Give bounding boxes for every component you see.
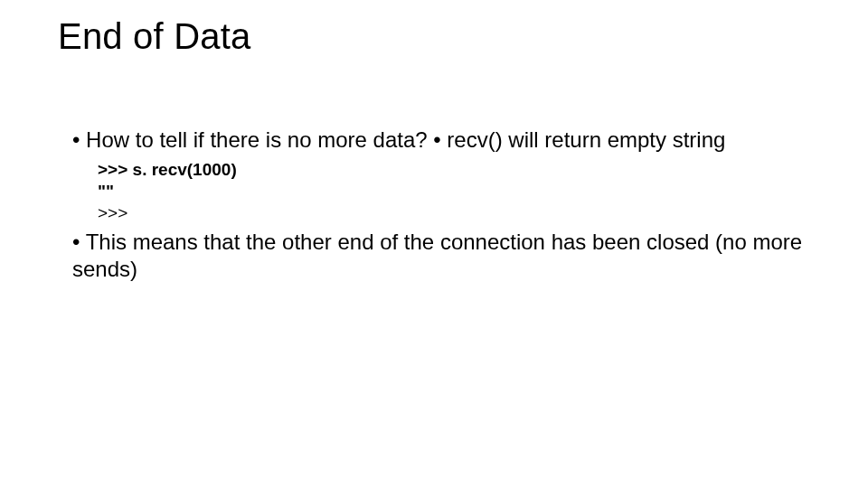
slide-title: End of Data bbox=[58, 16, 250, 57]
code-line-3: >>> bbox=[98, 202, 814, 224]
code-line-2: "" bbox=[98, 181, 814, 202]
code-block: >>> s. recv(1000) "" >>> bbox=[98, 159, 814, 223]
code-line-1: >>> s. recv(1000) bbox=[98, 159, 814, 181]
slide: End of Data • How to tell if there is no… bbox=[0, 0, 868, 488]
slide-body: • How to tell if there is no more data? … bbox=[72, 127, 814, 286]
bullet-closed-connection: • This means that the other end of the c… bbox=[72, 229, 814, 283]
bullet-how-to-tell: • How to tell if there is no more data? … bbox=[72, 127, 814, 154]
